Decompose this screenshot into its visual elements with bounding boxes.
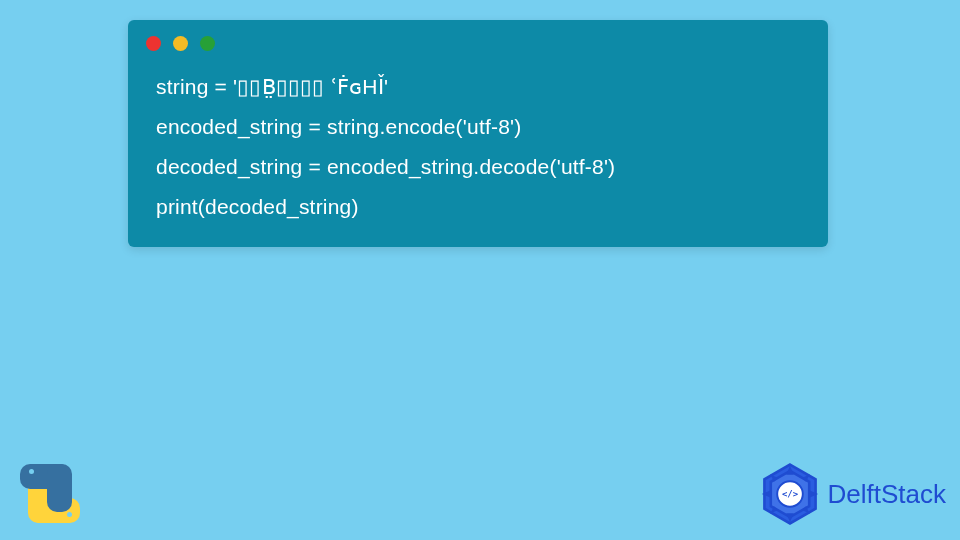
delftstack-text: DelftStack: [828, 479, 947, 510]
python-icon: [12, 456, 86, 530]
window-controls: [128, 20, 828, 61]
minimize-icon: [173, 36, 188, 51]
delftstack-badge-icon: </>: [758, 462, 822, 526]
code-line: print(decoded_string): [156, 187, 800, 227]
code-line: encoded_string = string.encode('utf-8'): [156, 107, 800, 147]
code-line: string = '▯▯B̤▯▯▯▯ ՙḞɢHǏ': [156, 67, 800, 107]
maximize-icon: [200, 36, 215, 51]
code-line: decoded_string = encoded_string.decode('…: [156, 147, 800, 187]
close-icon: [146, 36, 161, 51]
svg-text:</>: </>: [781, 489, 797, 499]
delftstack-brand: </> DelftStack: [758, 462, 947, 526]
page-root: string = '▯▯B̤▯▯▯▯ ՙḞɢHǏ' encoded_string…: [0, 0, 960, 540]
code-lines: string = '▯▯B̤▯▯▯▯ ՙḞɢHǏ' encoded_string…: [128, 61, 828, 227]
code-block-card: string = '▯▯B̤▯▯▯▯ ՙḞɢHǏ' encoded_string…: [128, 20, 828, 247]
